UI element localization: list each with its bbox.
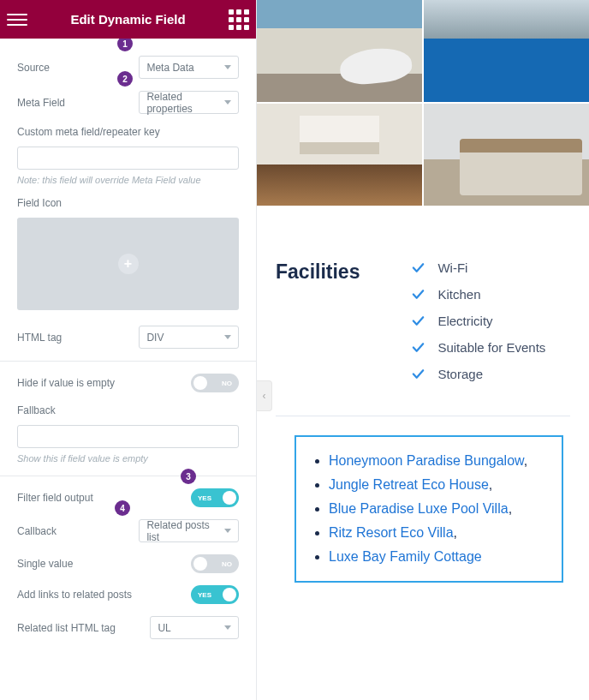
customkey-label: Custom meta field/repeater key [17,126,239,138]
listtag-label: Related list HTML tag [17,622,150,634]
customkey-input[interactable] [17,147,239,170]
related-post-item: Honeymoon Paradise Bungalow, [329,449,544,473]
chevron-down-icon [224,625,231,630]
chevron-down-icon [224,65,231,69]
related-post-link[interactable]: Jungle Retreat Eco House [329,477,489,492]
photo-pool [424,0,589,102]
source-value: Meta Data [146,62,193,74]
facility-item: Storage [411,367,545,381]
panel-body: 1 Source Meta Data 2 Meta Field Related … [0,39,256,700]
facilities-title: Facilities [276,260,360,381]
photo-bathroom [257,0,422,102]
step-badge-2: 2 [117,71,133,87]
fallback-label: Fallback [17,404,239,416]
step-badge-4: 4 [115,500,130,516]
htmltag-value: DIV [146,332,164,344]
metafield-select[interactable]: Related properties [139,91,239,114]
addlinks-toggle[interactable]: YES [191,585,239,604]
hideempty-toggle[interactable]: NO [191,374,239,392]
hideempty-label: Hide if value is empty [17,377,115,389]
related-post-link[interactable]: Luxe Bay Family Cottage [329,549,482,564]
photo-bedroom [424,104,589,206]
photo-grid [257,0,589,206]
related-post-item: Jungle Retreat Eco House, [329,473,544,497]
facility-item: Suitable for Events [411,340,545,355]
related-posts-list: Honeymoon Paradise Bungalow,Jungle Retre… [322,449,544,569]
chevron-down-icon [224,100,231,105]
related-posts-widget[interactable]: Honeymoon Paradise Bungalow,Jungle Retre… [294,435,563,583]
chevron-down-icon [224,529,231,533]
chevron-down-icon [224,335,231,339]
filter-label: Filter field output [17,492,93,504]
callback-value: Related posts list [146,519,224,543]
customkey-note: Note: this field will override Meta Fiel… [17,175,239,185]
callback-label: Callback [17,525,139,537]
related-post-item: Blue Paradise Luxe Pool Villa, [329,497,544,521]
step-badge-1: 1 [117,39,133,51]
panel-title: Edit Dynamic Field [27,12,229,27]
fallback-note: Show this if field value is empty [17,453,239,464]
single-toggle[interactable]: NO [191,554,239,573]
source-select[interactable]: Meta Data [139,56,239,79]
fieldicon-label: Field Icon [17,197,239,209]
divider [276,416,570,416]
listtag-value: UL [158,622,170,634]
facility-item: Kitchen [411,287,545,302]
menu-icon[interactable] [7,14,27,26]
icon-picker[interactable]: + [17,218,239,310]
htmltag-label: HTML tag [17,332,139,344]
related-post-link[interactable]: Honeymoon Paradise Bungalow [329,453,524,468]
related-post-item: Ritz Resort Eco Villa, [329,521,544,545]
editor-panel: Edit Dynamic Field 1 Source Meta Data 2 … [0,0,257,700]
topbar: Edit Dynamic Field [0,0,256,39]
htmltag-select[interactable]: DIV [139,326,239,349]
facilities-list: Wi-FiKitchenElectricitySuitable for Even… [411,260,545,381]
related-post-link[interactable]: Ritz Resort Eco Villa [329,525,454,540]
related-post-link[interactable]: Blue Paradise Luxe Pool Villa [329,501,509,516]
metafield-value: Related properties [146,91,224,115]
listtag-select[interactable]: UL [150,616,239,639]
facility-item: Electricity [411,314,545,328]
collapse-panel-icon[interactable]: ‹ [257,380,272,411]
single-label: Single value [17,558,73,570]
plus-icon: + [118,254,139,274]
photo-kitchen [257,104,422,206]
fallback-input[interactable] [17,425,239,448]
addlinks-label: Add links to related posts [17,589,132,601]
related-post-item: Luxe Bay Family Cottage [329,545,544,569]
metafield-label: Meta Field [17,97,139,109]
filter-toggle[interactable]: YES [191,488,239,507]
step-badge-3: 3 [181,469,196,484]
facility-item: Wi-Fi [411,260,545,275]
callback-select[interactable]: Related posts list [139,519,239,542]
apps-grid-icon[interactable] [229,9,249,30]
preview-pane: ‹ Facilities Wi-FiKitchenElectricitySuit… [257,0,589,700]
